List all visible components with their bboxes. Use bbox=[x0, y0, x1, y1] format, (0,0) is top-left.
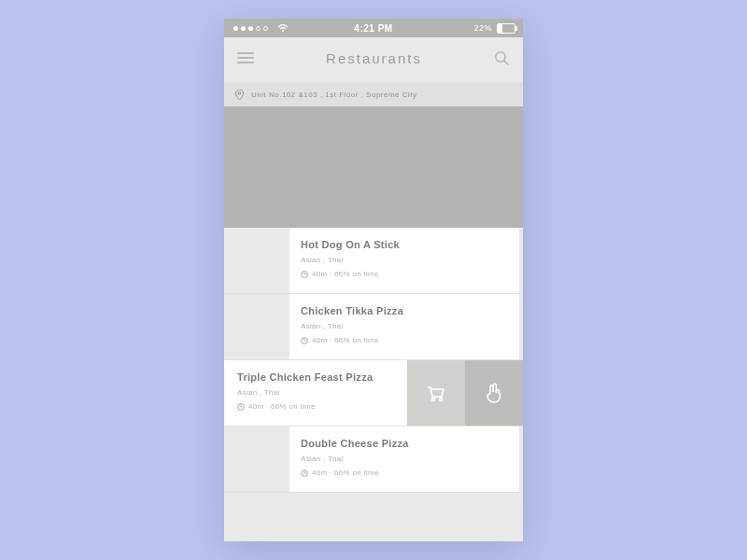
clock-icon bbox=[301, 469, 308, 477]
restaurant-stat-text: 40m · 66% on time bbox=[248, 402, 316, 411]
phone-frame: 4:21 PM 22% Restaurants Unit No.102 &103… bbox=[224, 19, 523, 541]
restaurant-thumbnail bbox=[224, 294, 289, 359]
restaurant-list[interactable]: Hot Dog On A Stick Asian , Thai 40m · 66… bbox=[224, 228, 523, 493]
svg-point-3 bbox=[238, 91, 241, 94]
restaurant-stat-text: 40m · 66% on time bbox=[312, 270, 379, 278]
status-bar: 4:21 PM 22% bbox=[224, 19, 523, 37]
clock-icon bbox=[301, 271, 308, 278]
search-icon[interactable] bbox=[494, 50, 510, 66]
restaurant-cuisine: Asian , Thai bbox=[301, 455, 510, 463]
list-item[interactable]: Hot Dog On A Stick Asian , Thai 40m · 66… bbox=[224, 228, 523, 294]
address-text: Unit No.102 &103 , 1st Floor , Supreme C… bbox=[251, 91, 417, 99]
svg-point-13 bbox=[431, 398, 434, 400]
restaurant-name: Chicken Tikka Pizza bbox=[301, 305, 510, 316]
restaurant-stat-text: 40m · 66% on time bbox=[312, 336, 379, 344]
clock-icon bbox=[301, 337, 308, 344]
restaurant-thumbnail bbox=[224, 228, 289, 293]
peace-hand-icon bbox=[482, 381, 506, 405]
restaurant-name: Triple Chicken Feast Pizza bbox=[237, 371, 398, 383]
clock-icon bbox=[237, 403, 245, 411]
add-to-cart-button[interactable] bbox=[407, 360, 465, 426]
battery-icon bbox=[497, 23, 515, 34]
restaurant-name: Double Cheese Pizza bbox=[301, 438, 510, 449]
address-bar[interactable]: Unit No.102 &103 , 1st Floor , Supreme C… bbox=[224, 82, 523, 106]
restaurant-stat: 40m · 66% on time bbox=[301, 336, 510, 344]
list-item[interactable]: Double Cheese Pizza Asian , Thai 40m · 6… bbox=[224, 427, 523, 493]
restaurant-stat: 40m · 66% on time bbox=[301, 270, 510, 278]
like-button[interactable] bbox=[465, 360, 523, 426]
restaurant-stat: 40m · 66% on time bbox=[301, 469, 510, 477]
restaurant-stat: 40m · 66% on time bbox=[237, 402, 398, 411]
location-pin-icon bbox=[235, 90, 244, 100]
restaurant-cuisine: Asian , Thai bbox=[237, 388, 398, 397]
restaurant-thumbnail bbox=[224, 427, 289, 492]
row-edge bbox=[519, 294, 523, 359]
battery-percent: 22% bbox=[473, 23, 492, 33]
list-item[interactable]: Triple Chicken Feast Pizza Asian , Thai … bbox=[224, 360, 523, 427]
nav-bar: Restaurants bbox=[224, 37, 523, 78]
restaurant-name: Hot Dog On A Stick bbox=[301, 239, 510, 250]
page-title: Restaurants bbox=[326, 50, 422, 66]
row-edge bbox=[519, 427, 523, 492]
cart-icon bbox=[424, 381, 448, 405]
list-item[interactable]: Chicken Tikka Pizza Asian , Thai 40m · 6… bbox=[224, 294, 523, 360]
row-edge bbox=[519, 228, 523, 293]
swipe-actions bbox=[407, 360, 523, 426]
hero-image-placeholder bbox=[224, 106, 523, 228]
menu-icon[interactable] bbox=[237, 52, 254, 63]
restaurant-cuisine: Asian , Thai bbox=[301, 322, 510, 330]
svg-line-2 bbox=[504, 61, 508, 64]
svg-point-14 bbox=[439, 398, 442, 400]
restaurant-cuisine: Asian , Thai bbox=[301, 256, 510, 264]
restaurant-stat-text: 40m · 66% on time bbox=[312, 469, 379, 477]
